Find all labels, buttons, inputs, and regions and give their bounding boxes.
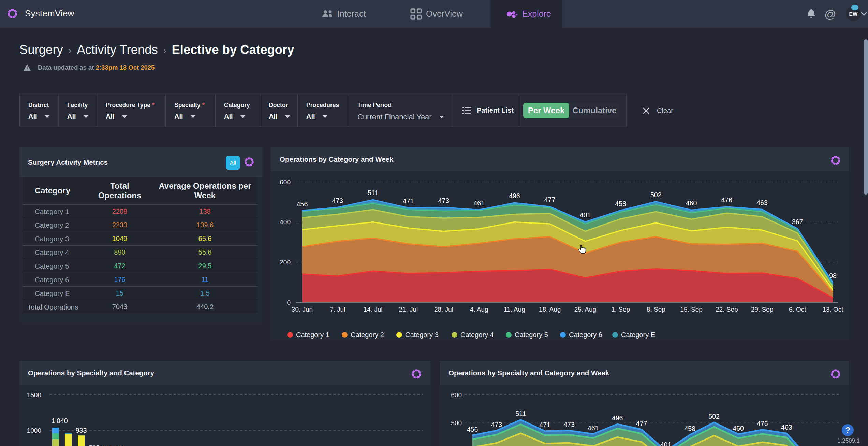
svg-text:496: 496 [509, 192, 520, 200]
svg-text:22. Sep: 22. Sep [716, 306, 738, 313]
svg-text:473: 473 [438, 197, 450, 204]
svg-text:7. Jul: 7. Jul [330, 306, 345, 313]
svg-text:14. Jul: 14. Jul [364, 306, 383, 313]
svg-text:650: 650 [89, 444, 100, 446]
svg-text:461: 461 [473, 199, 485, 207]
svg-text:456: 456 [467, 426, 478, 433]
svg-text:98: 98 [829, 272, 837, 279]
svg-text:456: 456 [297, 200, 308, 208]
svg-text:477: 477 [544, 196, 556, 203]
svg-text:496: 496 [612, 414, 623, 422]
svg-text:200: 200 [280, 259, 291, 266]
svg-text:473: 473 [491, 421, 502, 428]
svg-text:1 040: 1 040 [52, 417, 68, 425]
svg-text:511: 511 [368, 189, 378, 197]
svg-text:656: 656 [114, 444, 125, 446]
svg-text:15. Sep: 15. Sep [680, 306, 703, 313]
svg-text:29. Sep: 29. Sep [751, 306, 774, 313]
svg-text:1500: 1500 [27, 391, 41, 399]
svg-text:477: 477 [636, 420, 647, 427]
svg-text:0: 0 [287, 299, 291, 306]
svg-text:458: 458 [615, 200, 626, 207]
svg-text:4. Aug: 4. Aug [470, 306, 488, 313]
svg-text:401: 401 [580, 211, 591, 219]
svg-text:600: 600 [451, 391, 462, 399]
svg-text:1. Sep: 1. Sep [611, 306, 630, 313]
svg-text:6. Oct: 6. Oct [789, 306, 806, 313]
svg-text:401: 401 [660, 441, 672, 446]
svg-text:18. Aug: 18. Aug [539, 306, 561, 313]
svg-text:21. Jul: 21. Jul [399, 306, 418, 313]
svg-text:13. Oct: 13. Oct [822, 306, 843, 313]
svg-text:367: 367 [792, 218, 803, 226]
svg-text:460: 460 [733, 425, 744, 432]
svg-text:25. Aug: 25. Aug [574, 306, 596, 313]
svg-text:463: 463 [781, 423, 792, 431]
svg-text:1000: 1000 [27, 427, 41, 434]
svg-text:502: 502 [650, 191, 662, 199]
svg-text:460: 460 [686, 199, 697, 207]
svg-text:500: 500 [451, 419, 462, 427]
svg-text:511: 511 [515, 410, 526, 417]
svg-text:583: 583 [101, 444, 113, 446]
svg-text:400: 400 [280, 218, 291, 226]
svg-text:30. Jun: 30. Jun [292, 306, 313, 313]
svg-text:471: 471 [403, 197, 414, 205]
svg-text:8. Sep: 8. Sep [647, 306, 665, 313]
svg-text:458: 458 [685, 425, 696, 432]
svg-text:473: 473 [563, 421, 575, 428]
svg-text:600: 600 [280, 178, 291, 186]
svg-text:502: 502 [708, 413, 720, 420]
svg-text:933: 933 [76, 427, 87, 434]
svg-text:476: 476 [757, 420, 768, 427]
svg-text:461: 461 [588, 424, 599, 432]
svg-text:11. Aug: 11. Aug [504, 306, 525, 313]
svg-text:463: 463 [756, 199, 768, 206]
svg-text:473: 473 [332, 197, 343, 204]
svg-text:476: 476 [721, 196, 733, 204]
svg-text:471: 471 [539, 421, 550, 429]
svg-text:28. Jul: 28. Jul [434, 306, 453, 313]
